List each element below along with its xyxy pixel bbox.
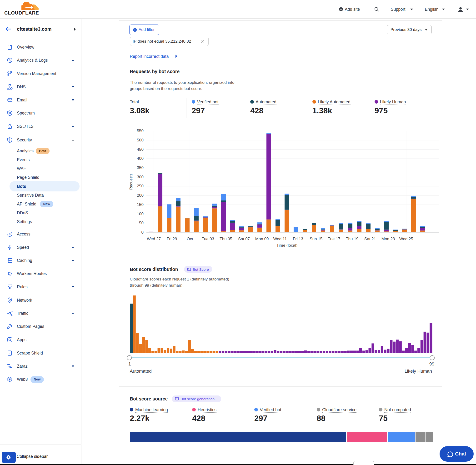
svg-text:Fri 29: Fri 29 <box>167 237 177 241</box>
svg-text:400: 400 <box>137 156 144 161</box>
svg-text:550: 550 <box>137 128 144 133</box>
svg-text:450: 450 <box>137 147 144 152</box>
svg-text:50: 50 <box>139 221 144 225</box>
svg-text:Thu 05: Thu 05 <box>220 237 232 241</box>
svg-text:100: 100 <box>137 212 144 216</box>
svg-text:Mon 23: Mon 23 <box>381 237 395 241</box>
svg-text:Requests: Requests <box>129 174 133 190</box>
svg-text:Thu 19: Thu 19 <box>346 237 358 241</box>
svg-text:Oct: Oct <box>187 237 193 241</box>
svg-text:350: 350 <box>137 166 144 170</box>
svg-text:Wed 25: Wed 25 <box>399 237 413 241</box>
svg-text:Wed 27: Wed 27 <box>147 237 161 241</box>
svg-text:Sat 21: Sat 21 <box>364 237 376 241</box>
svg-text:Tue 17: Tue 17 <box>328 237 340 241</box>
svg-text:Tue 03: Tue 03 <box>202 237 214 241</box>
svg-text:200: 200 <box>137 193 144 198</box>
svg-text:250: 250 <box>137 184 144 188</box>
svg-text:Sun 15: Sun 15 <box>309 237 322 241</box>
svg-text:Fri 13: Fri 13 <box>293 237 303 241</box>
svg-text:Mon 09: Mon 09 <box>255 237 269 241</box>
svg-text:150: 150 <box>137 202 144 207</box>
svg-text:300: 300 <box>137 175 144 179</box>
svg-text:Time (local): Time (local) <box>276 243 297 248</box>
svg-text:0: 0 <box>141 230 144 234</box>
svg-text:500: 500 <box>137 138 144 142</box>
svg-text:Wed 11: Wed 11 <box>273 237 287 241</box>
svg-text:Sat 07: Sat 07 <box>238 237 250 241</box>
